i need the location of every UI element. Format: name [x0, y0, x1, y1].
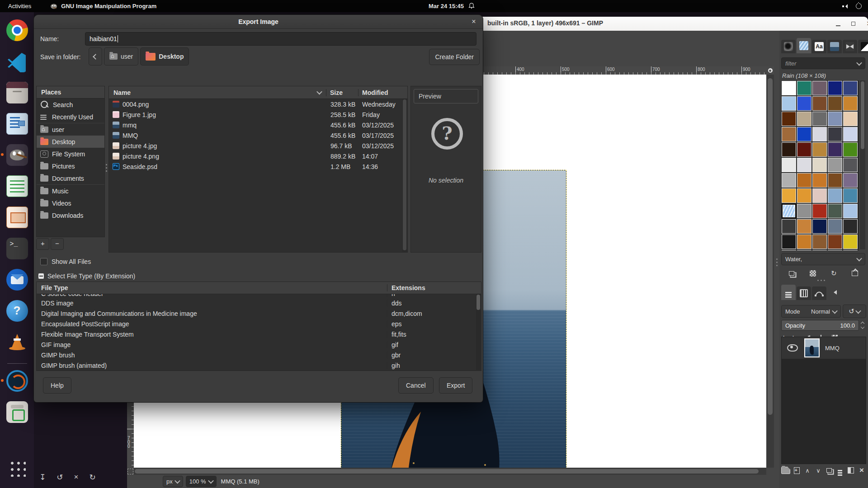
pattern-swatch[interactable]: [828, 127, 842, 141]
path-back-button[interactable]: [89, 47, 102, 66]
file-type-row[interactable]: GIMP brush gbr: [37, 350, 481, 360]
lower-layer-button[interactable]: ∨: [813, 465, 823, 475]
pattern-swatch[interactable]: [797, 127, 811, 141]
pattern-swatch[interactable]: [812, 204, 827, 218]
pattern-swatch[interactable]: [812, 112, 827, 126]
file-type-row[interactable]: Encapsulated PostScript image eps: [37, 319, 481, 329]
pattern-swatch[interactable]: [797, 81, 811, 95]
pattern-swatch[interactable]: [828, 158, 842, 172]
scrollbar-handle[interactable]: [135, 469, 759, 474]
dock-software-icon[interactable]: [6, 370, 28, 392]
new-group-button[interactable]: [792, 465, 802, 475]
toolbox-footer-icon[interactable]: ×: [74, 473, 79, 482]
pattern-swatch[interactable]: [843, 142, 858, 157]
focused-app-title[interactable]: GNU Image Manipulation Program: [50, 3, 156, 9]
pattern-swatch[interactable]: [843, 235, 858, 249]
pattern-swatch[interactable]: [782, 250, 796, 250]
scrollbar-handle[interactable]: [403, 99, 406, 250]
pattern-swatch[interactable]: [797, 142, 811, 157]
refresh-patterns-button[interactable]: ↻: [828, 268, 840, 278]
add-bookmark-button[interactable]: +: [36, 238, 49, 250]
create-folder-button[interactable]: Create Folder: [429, 49, 480, 65]
place-item[interactable]: File System: [37, 148, 104, 160]
file-row[interactable]: picture 4.png 889.2 kB 14:07: [109, 151, 407, 161]
file-type-scrollbar[interactable]: [476, 294, 481, 370]
pattern-swatch[interactable]: [797, 188, 811, 203]
export-button[interactable]: Export: [439, 377, 472, 394]
dock-trash-icon[interactable]: [6, 401, 28, 423]
pattern-swatch[interactable]: [797, 235, 811, 249]
file-type-row[interactable]: Flexible Image Transport System fit,fits: [37, 329, 481, 339]
pattern-swatch[interactable]: [843, 250, 858, 250]
dock-impress-icon[interactable]: [6, 206, 28, 228]
toolbox-footer-icon[interactable]: ↻: [89, 473, 95, 482]
zoom-follow-toggle[interactable]: [766, 66, 774, 75]
minimize-button[interactable]: [833, 19, 843, 29]
tab-gradients[interactable]: [858, 40, 868, 53]
duplicate-layer-button[interactable]: [824, 465, 834, 475]
place-item[interactable]: Search: [37, 99, 104, 111]
dock-calc-icon[interactable]: [6, 175, 28, 197]
dock-terminal-icon[interactable]: [6, 238, 28, 259]
filename-input[interactable]: haibian01: [85, 32, 476, 46]
clock[interactable]: Mar 24 15:45: [429, 3, 475, 9]
panel-resize-grip[interactable]: [105, 164, 108, 172]
place-item[interactable]: Downloads: [37, 209, 104, 221]
pattern-swatch[interactable]: [812, 127, 827, 141]
pattern-swatch[interactable]: [782, 112, 796, 126]
delete-layer-button[interactable]: ×: [857, 465, 867, 475]
path-desktop-button[interactable]: Desktop: [140, 47, 189, 66]
pattern-swatch[interactable]: [782, 142, 796, 157]
pattern-swatch[interactable]: [828, 142, 842, 157]
pattern-swatch[interactable]: [812, 173, 827, 188]
dock-gimp-icon[interactable]: [6, 144, 28, 166]
place-item[interactable]: Pictures: [37, 160, 104, 172]
close-window-button[interactable]: ✕: [864, 19, 868, 29]
tab-mypaint-brushes[interactable]: [843, 40, 857, 53]
path-user-button[interactable]: user: [104, 47, 138, 66]
file-row[interactable]: Figure 1.jpg 258.5 kB Friday: [109, 109, 407, 120]
visibility-eye-icon[interactable]: [787, 344, 798, 352]
vertical-scrollbar[interactable]: [766, 75, 774, 468]
pattern-swatch[interactable]: [782, 188, 796, 203]
place-item[interactable]: Recently Used: [37, 111, 104, 123]
file-row[interactable]: Seaside.psd 1.2 MB 14:36: [109, 161, 407, 172]
layer-mode-dropdown[interactable]: Mode Normal: [781, 305, 841, 318]
pattern-scrollbar[interactable]: [860, 80, 865, 249]
file-type-row[interactable]: DDS image dds: [37, 298, 481, 308]
file-row[interactable]: 0004.png 328.3 kB Wednesday: [109, 99, 407, 109]
pattern-swatch[interactable]: [782, 96, 796, 111]
pattern-swatch[interactable]: [828, 250, 842, 250]
help-button[interactable]: Help: [43, 377, 71, 394]
pattern-swatch[interactable]: [843, 81, 858, 95]
column-extensions[interactable]: Extensions: [387, 284, 481, 291]
add-mask-button[interactable]: [846, 465, 856, 475]
file-type-row[interactable]: Digital Imaging and Communications in Me…: [37, 308, 481, 319]
zoom-dropdown[interactable]: 100 %: [186, 476, 217, 487]
pattern-swatch[interactable]: [843, 158, 858, 172]
unit-dropdown[interactable]: px: [163, 476, 183, 487]
mode-options-button[interactable]: ↺: [843, 305, 866, 318]
pattern-swatch[interactable]: [782, 204, 796, 218]
quick-mask-toggle[interactable]: [127, 469, 133, 474]
file-row[interactable]: picture 4.jpg 96.7 kB 03/12/2025: [109, 141, 407, 151]
system-tray[interactable]: [842, 3, 862, 9]
pattern-swatch[interactable]: [828, 235, 842, 249]
toolbox-footer-icon[interactable]: ↧: [39, 473, 46, 482]
delete-pattern-button[interactable]: [807, 268, 819, 278]
place-item[interactable]: Videos: [37, 197, 104, 209]
opacity-spinner[interactable]: [860, 320, 865, 331]
merge-layer-button[interactable]: [835, 465, 845, 475]
layer-row[interactable]: MMQ: [782, 337, 866, 359]
pattern-swatch[interactable]: [782, 127, 796, 141]
tab-layers[interactable]: [781, 285, 796, 300]
tab-patterns[interactable]: [797, 38, 811, 53]
horizontal-scrollbar[interactable]: [134, 468, 766, 475]
open-pattern-button[interactable]: [849, 268, 861, 278]
dock-grip[interactable]: [817, 280, 825, 281]
pattern-swatch[interactable]: [812, 250, 827, 250]
column-file-type[interactable]: File Type: [37, 284, 387, 291]
toolbox-footer-icon[interactable]: ↺: [57, 473, 63, 482]
pattern-swatch[interactable]: [843, 219, 858, 234]
pattern-swatch[interactable]: [797, 96, 811, 111]
